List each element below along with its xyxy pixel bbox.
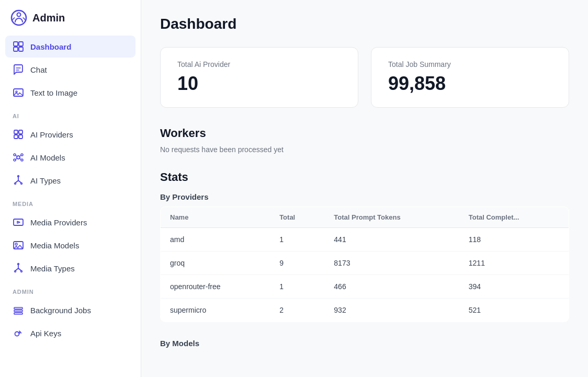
media-providers-icon (13, 216, 24, 228)
svg-rect-33 (14, 310, 22, 312)
sidebar-section-admin-label: ADMIN (5, 280, 135, 298)
svg-point-1 (17, 13, 21, 17)
chat-icon (13, 64, 24, 75)
cell-prompt-tokens: 8173 (324, 252, 459, 275)
stat-card-job-summary-value: 99,858 (388, 73, 552, 95)
svg-rect-11 (19, 130, 22, 134)
svg-rect-32 (14, 307, 22, 309)
col-header-name: Name (161, 207, 270, 228)
sidebar-section-media-label: MEDIA (5, 192, 135, 210)
cell-completions: 394 (459, 275, 569, 299)
sidebar-item-label: Dashboard (30, 42, 71, 51)
table-row: openrouter-free 1 466 394 (161, 275, 569, 299)
sidebar-item-ai-providers[interactable]: AI Providers (5, 123, 135, 145)
media-models-icon (13, 239, 24, 251)
svg-point-18 (21, 159, 23, 161)
sidebar-item-chat[interactable]: Chat (5, 59, 135, 81)
cell-total: 1 (270, 275, 324, 299)
sidebar-item-label: Chat (30, 65, 47, 74)
by-providers-section: By Providers Name Total Total Prompt Tok… (160, 192, 569, 322)
svg-point-25 (15, 183, 16, 185)
cell-prompt-tokens: 466 (324, 275, 459, 299)
app-name: Admin (32, 12, 65, 24)
svg-point-28 (15, 243, 17, 245)
svg-rect-4 (14, 47, 18, 51)
svg-point-24 (21, 183, 22, 185)
sidebar-item-ai-types[interactable]: AI Types (5, 169, 135, 191)
sidebar-item-label: AI Types (30, 176, 61, 185)
stats-title: Stats (160, 170, 569, 184)
cell-prompt-tokens: 932 (324, 299, 459, 322)
sidebar-item-label: AI Models (30, 153, 65, 162)
cell-prompt-tokens: 441 (324, 228, 459, 252)
svg-rect-26 (14, 219, 23, 225)
stat-card-ai-provider: Total Ai Provider 10 (160, 47, 358, 108)
cell-completions: 1211 (459, 252, 569, 275)
svg-rect-8 (14, 89, 23, 96)
workers-empty-message: No requests have been processed yet (160, 145, 569, 154)
stats-section: Stats By Providers Name Total Total Prom… (160, 170, 569, 348)
table-row: supermicro 2 932 521 (161, 299, 569, 322)
svg-point-17 (14, 159, 16, 161)
sidebar-item-label: Media Types (30, 264, 75, 273)
media-types-icon (13, 262, 24, 274)
sidebar-item-label: Media Providers (30, 218, 87, 227)
background-jobs-icon (13, 304, 24, 316)
by-models-subtitle: By Models (160, 339, 569, 348)
ai-providers-icon (13, 129, 24, 140)
col-header-completions: Total Complet... (459, 207, 569, 228)
stat-card-job-summary-label: Total Job Summary (388, 60, 552, 68)
sidebar-item-ai-models[interactable]: AI Models (5, 146, 135, 168)
stat-card-ai-provider-value: 10 (177, 73, 341, 95)
main-content: Dashboard Total Ai Provider 10 Total Job… (141, 0, 588, 377)
logo-icon (10, 9, 27, 26)
cell-completions: 521 (459, 299, 569, 322)
svg-rect-13 (19, 135, 22, 139)
sidebar-item-label: Api Keys (30, 329, 61, 338)
svg-rect-10 (14, 130, 18, 134)
svg-rect-2 (14, 42, 18, 46)
workers-section: Workers No requests have been processed … (160, 127, 569, 154)
sidebar-item-text-to-image[interactable]: Text to Image (5, 82, 135, 104)
sidebar-item-api-keys[interactable]: Api Keys (5, 322, 135, 344)
sidebar-item-media-types[interactable]: Media Types (5, 257, 135, 279)
sidebar: Admin Dashboard Chat (0, 0, 141, 377)
table-row: groq 9 8173 1211 (161, 252, 569, 275)
sidebar-item-background-jobs[interactable]: Background Jobs (5, 299, 135, 321)
page-title: Dashboard (160, 16, 569, 32)
cell-total: 2 (270, 299, 324, 322)
sidebar-item-label: Background Jobs (30, 306, 91, 315)
by-models-section: By Models (160, 339, 569, 348)
svg-point-16 (21, 154, 23, 156)
cell-name: groq (161, 252, 270, 275)
svg-rect-34 (14, 313, 22, 314)
by-providers-subtitle: By Providers (160, 192, 569, 201)
dashboard-icon (13, 41, 24, 52)
cell-total: 9 (270, 252, 324, 275)
cards-row: Total Ai Provider 10 Total Job Summary 9… (160, 47, 569, 108)
ai-types-icon (13, 175, 24, 186)
ai-models-icon (13, 152, 24, 163)
table-row: amd 1 441 118 (161, 228, 569, 252)
api-keys-icon (13, 327, 24, 339)
app-logo: Admin (0, 0, 141, 36)
svg-point-31 (15, 271, 16, 272)
sidebar-section-ai-label: AI (5, 105, 135, 122)
svg-rect-3 (19, 42, 23, 46)
cell-total: 1 (270, 228, 324, 252)
sidebar-item-media-models[interactable]: Media Models (5, 234, 135, 256)
sidebar-item-label: Media Models (30, 241, 79, 250)
sidebar-item-label: AI Providers (30, 130, 73, 139)
cell-completions: 118 (459, 228, 569, 252)
sidebar-nav: Dashboard Chat Text to Image AI (0, 36, 141, 344)
stat-card-job-summary: Total Job Summary 99,858 (371, 47, 569, 108)
svg-rect-5 (19, 47, 23, 51)
sidebar-item-label: Text to Image (30, 88, 77, 97)
cell-name: supermicro (161, 299, 270, 322)
cell-name: openrouter-free (161, 275, 270, 299)
by-providers-table: Name Total Total Prompt Tokens Total Com… (160, 207, 569, 322)
sidebar-item-media-providers[interactable]: Media Providers (5, 211, 135, 233)
svg-point-30 (21, 271, 22, 272)
stat-card-ai-provider-label: Total Ai Provider (177, 60, 341, 68)
sidebar-item-dashboard[interactable]: Dashboard (5, 36, 135, 58)
